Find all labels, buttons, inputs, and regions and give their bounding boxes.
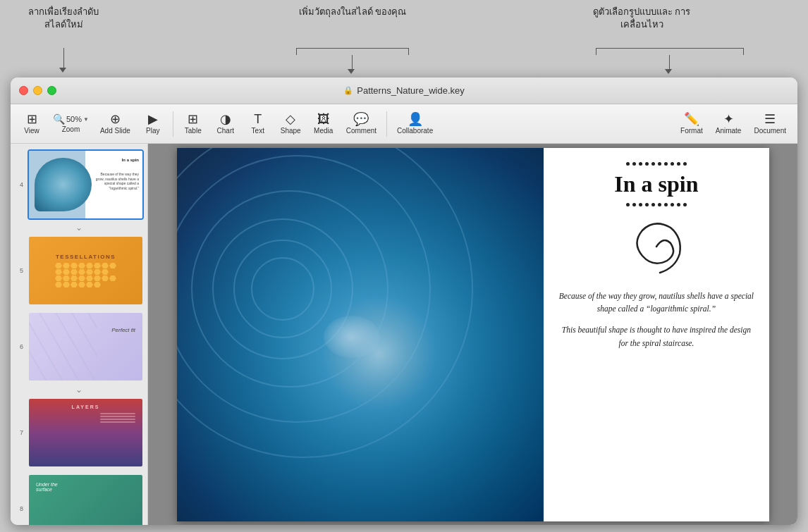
thumb-title: In a spin bbox=[122, 158, 139, 162]
toolbar: ⊞ View 🔍 50% ▼ Zoom ⊕ Add Slide ▶ Play ⊞… bbox=[11, 104, 797, 144]
slide-thumbnail-8[interactable]: Under thesurface bbox=[27, 474, 144, 525]
slide-number-6: 6 bbox=[11, 343, 23, 350]
chevron-icon: ⌄ bbox=[75, 223, 82, 233]
toolbar-divider-1 bbox=[173, 111, 173, 137]
layers-lines bbox=[100, 413, 135, 423]
play-button[interactable]: ▶ Play bbox=[137, 110, 169, 137]
media-button[interactable]: 🖼 Media bbox=[308, 110, 339, 137]
slide-number-4: 4 bbox=[11, 181, 23, 188]
close-button[interactable] bbox=[19, 86, 28, 95]
format-icon: ✏️ bbox=[684, 113, 699, 125]
shape-button[interactable]: ◇ Shape bbox=[275, 110, 307, 137]
collaborate-icon: 👤 bbox=[408, 113, 423, 125]
slide-thumbnail-7[interactable]: LAYERS bbox=[27, 397, 144, 468]
annotation-bracket-left bbox=[296, 48, 297, 55]
title-bar: 🔒 Patterns_Nature_wide.key bbox=[11, 78, 797, 104]
media-icon: 🖼 bbox=[317, 113, 330, 125]
chevron-between-6-7[interactable]: ⌄ bbox=[11, 383, 147, 396]
slide-right-panel: In a spin bbox=[544, 148, 769, 521]
slide6-visual: Perfect fit bbox=[29, 313, 142, 381]
table-button[interactable]: ⊞ Table bbox=[178, 110, 209, 137]
dot-1 bbox=[626, 162, 630, 166]
slide5-visual: TESSELLATIONS bbox=[29, 237, 142, 304]
annotation-bracket-middle bbox=[296, 48, 409, 49]
dot-3 bbox=[639, 162, 642, 166]
document-icon: ☰ bbox=[764, 113, 776, 125]
window-title: 🔒 Patterns_Nature_wide.key bbox=[343, 85, 464, 96]
main-canvas[interactable]: In a spin bbox=[148, 144, 797, 525]
view-button[interactable]: ⊞ View bbox=[16, 110, 47, 137]
document-button[interactable]: ☰ Document bbox=[748, 110, 792, 137]
add-slide-button[interactable]: ⊕ Add Slide bbox=[94, 110, 136, 137]
slide-thumbnail-5[interactable]: TESSELLATIONS bbox=[27, 235, 144, 306]
comment-icon: 💬 bbox=[353, 113, 369, 125]
perfect-fit-label: Perfect fit bbox=[111, 327, 135, 333]
slide-canvas: In a spin bbox=[177, 148, 769, 521]
play-icon: ▶ bbox=[148, 113, 158, 125]
chart-button[interactable]: ◑ Chart bbox=[210, 110, 241, 137]
annotation-arrow-middle bbox=[348, 69, 355, 74]
thumb-body: Because of the way they grow, nautilus s… bbox=[93, 172, 139, 190]
annotation-drag: ลากเพื่อเรียงลำดับ สไลด์ใหม่ bbox=[21, 6, 106, 31]
format-button[interactable]: ✏️ Format bbox=[675, 110, 709, 137]
shape-icon: ◇ bbox=[286, 113, 295, 125]
nautilus-background bbox=[177, 148, 544, 521]
lock-icon: 🔒 bbox=[343, 86, 353, 95]
dot-b9 bbox=[677, 203, 680, 206]
dot-6 bbox=[658, 162, 661, 166]
dot-b6 bbox=[658, 203, 661, 206]
shell-overlay bbox=[177, 148, 544, 521]
slide-thumbnail-6[interactable]: Perfect fit bbox=[27, 311, 144, 382]
chevron-between-4-5[interactable]: ⌄ bbox=[11, 221, 147, 234]
dot-b3 bbox=[639, 203, 642, 206]
chart-icon: ◑ bbox=[220, 113, 231, 125]
slide-item-4[interactable]: 4 In a spin Because of the way they grow… bbox=[11, 148, 147, 221]
slide-body-para-1: Because of the way they grow, nautilus s… bbox=[558, 290, 754, 316]
animate-button[interactable]: ✦ Animate bbox=[710, 110, 747, 137]
zoom-icon: 🔍 bbox=[53, 114, 65, 124]
slide-number-7: 7 bbox=[11, 429, 23, 436]
dot-10 bbox=[683, 162, 687, 166]
slide7-visual: LAYERS bbox=[29, 399, 142, 466]
annotation-line-format bbox=[669, 55, 670, 70]
dot-b1 bbox=[626, 203, 630, 206]
zoom-chevron: ▼ bbox=[83, 116, 89, 123]
slide-panel[interactable]: 4 In a spin Because of the way they grow… bbox=[11, 144, 148, 525]
slide-item-7[interactable]: 7 LAYERS bbox=[11, 396, 147, 469]
nautilus-shell-image bbox=[177, 148, 544, 521]
dot-b4 bbox=[645, 203, 649, 206]
slide-main-title: In a spin bbox=[614, 171, 698, 197]
slide-item-6[interactable]: 6 Perfect fit bbox=[11, 310, 147, 383]
dot-b7 bbox=[664, 203, 668, 206]
text-icon: T bbox=[254, 113, 262, 125]
honeycomb-grid bbox=[55, 263, 116, 287]
annotation-arrow-drag bbox=[59, 68, 66, 73]
hex-pattern bbox=[29, 313, 97, 381]
chevron-icon-2: ⌄ bbox=[75, 385, 82, 395]
slide4-visual: In a spin Because of the way they grow, … bbox=[29, 151, 142, 218]
slide-thumbnail-4[interactable]: In a spin Because of the way they grow, … bbox=[27, 149, 144, 220]
table-icon: ⊞ bbox=[188, 113, 198, 125]
zoom-button[interactable]: 🔍 50% ▼ Zoom bbox=[49, 111, 93, 136]
minimize-button[interactable] bbox=[33, 86, 42, 95]
slide-number-8: 8 bbox=[11, 505, 23, 512]
under-surface-text: Under thesurface bbox=[36, 482, 58, 492]
slide-item-8[interactable]: 8 Under thesurface bbox=[11, 472, 147, 525]
maximize-button[interactable] bbox=[47, 86, 56, 95]
collaborate-button[interactable]: 👤 Collaborate bbox=[391, 110, 439, 137]
comment-button[interactable]: 💬 Comment bbox=[341, 110, 382, 137]
thumb-shell bbox=[35, 158, 92, 212]
annotation-add-objects: เพิ่มวัตถุลงในสไลด์ ของคุณ bbox=[296, 6, 409, 18]
text-button[interactable]: T Text bbox=[243, 110, 274, 137]
slide-body-text: Because of the way they grow, nautilus s… bbox=[558, 290, 754, 359]
dot-b2 bbox=[632, 203, 636, 206]
dot-9 bbox=[677, 162, 680, 166]
annotation-line-drag bbox=[63, 48, 64, 69]
dot-b10 bbox=[683, 203, 687, 206]
layers-title: LAYERS bbox=[72, 404, 100, 409]
slide-item-5[interactable]: 5 TESSELLATIONS bbox=[11, 234, 147, 307]
dots-decoration-top bbox=[626, 162, 687, 166]
animate-icon: ✦ bbox=[723, 113, 734, 125]
app-window: 🔒 Patterns_Nature_wide.key ⊞ View 🔍 50% … bbox=[11, 78, 797, 525]
annotations-layer: ลากเพื่อเรียงลำดับ สไลด์ใหม่ เพิ่มวัตถุล… bbox=[0, 0, 808, 78]
